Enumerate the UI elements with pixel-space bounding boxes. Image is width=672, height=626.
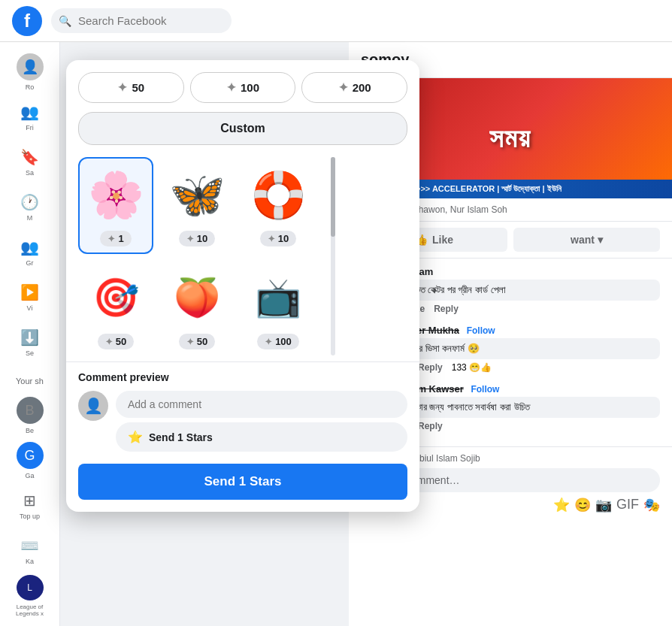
clock-icon: 🕐 [20,193,39,211]
comment-reply-button[interactable]: Reply [418,362,443,373]
comment-preview-section: Comment preview 👤 ⭐ Send 1 Stars [66,362,419,458]
star-icon: ✦ [117,80,127,95]
stars-200-button[interactable]: ✦ 200 [301,72,407,103]
sticker-cost: ✦ 10 [179,231,215,246]
avatar-l: L [17,575,44,600]
comment-actions: Like Reply [391,421,660,431]
sidebar-item-groups[interactable]: 👥 Gr [9,231,51,274]
sidebar-label: Ro [26,83,35,91]
topbar: f 🔍 [0,0,672,42]
sidebar-label: Gr [26,259,34,267]
comment-body: Kawser Mukha Follow মেরিকার ভিসা কনফার্ম… [391,323,660,373]
add-comment-input[interactable] [116,391,407,418]
gif-icon[interactable]: GIF [616,497,639,513]
your-shortcuts: Your sh [16,370,44,392]
want-button[interactable]: want ▾ [513,228,660,252]
preview-inputs: ⭐ Send 1 Stars [116,391,407,452]
star-icon: ✦ [226,80,236,95]
media-text: সময় [489,122,531,154]
sidebar: 👤 Ro 👥 Fri 🔖 Sa 🕐 M 👥 Gr ▶️ Vi ⬇️ Se You… [0,42,60,626]
star-icon[interactable]: ⭐ [553,497,570,513]
stars-amounts: ✦ 50 ✦ 100 ✦ 200 [66,60,419,109]
avatar: 👤 [17,53,44,80]
ka-icon: ⌨️ [20,537,39,555]
follow-link-1[interactable]: Follow [467,325,495,336]
preview-avatar: 👤 [78,391,108,421]
avatar-be: B [17,397,44,424]
sticker-butterfly[interactable]: 🦋 ✦ 10 [159,157,235,254]
friends-icon: 👥 [20,103,39,121]
stars-dialog: ✦ 50 ✦ 100 ✦ 200 Custom 🌸 ✦ 1 🦋 [66,60,419,512]
sidebar-label: Se [26,349,34,357]
sidebar-label: Vi [27,304,33,312]
sidebar-label: Sa [26,169,34,177]
sidebar-item-be[interactable]: B Be [9,395,51,437]
sticker-peach[interactable]: 🍑 ✦ 50 [159,260,235,357]
comment-reply-button[interactable]: Reply [418,421,443,431]
comment-text: তারা কত কেক্টর পর গ্রীন কার্ড পেলা [391,280,660,301]
scrollbar-track [331,157,335,355]
chevron-down-icon: ⬇️ [20,328,39,346]
scrollbar-thumb[interactable] [331,157,335,237]
sidebar-item-saved[interactable]: 🔖 Sa [9,141,51,183]
sidebar-item-friends[interactable]: 👥 Fri [9,96,51,138]
comment-text: দর থাকার জন্য পাবনাতে সবার্বষা করা উচিত [391,397,660,418]
comment-actions: Like Reply 133 😁👍 [391,362,660,373]
sticker-cost: ✦ 1 [100,231,131,246]
stars-100-button[interactable]: ✦ 100 [190,72,296,103]
fb-logo: f [12,6,42,36]
sidebar-item-topup[interactable]: ⊞ Top up [9,485,51,527]
send-stars-preview: ⭐ Send 1 Stars [116,422,407,452]
comment-body: Ibrahim Kawser Follow দর থাকার জন্য পাবন… [391,382,660,431]
sticker-tv[interactable]: 📺 ✦ 100 [241,260,316,357]
follow-link-2[interactable]: Follow [471,384,499,395]
comment-body: iful Islam তারা কত কেক্টর পর গ্রীন কার্ড… [391,265,660,314]
comment-actions: m Like Reply [391,304,660,314]
sticker-image: 🦋 [167,165,227,225]
sticker-cost: ✦ 10 [260,231,296,246]
saved-icon: 🔖 [20,148,39,166]
comment-reply-button[interactable]: Reply [434,304,459,314]
sticker-target[interactable]: 🎯 ✦ 50 [78,260,153,357]
avatar-ga: G [17,442,44,469]
search-input[interactable] [51,8,232,33]
sticker-image: 🍑 [167,268,227,328]
sticker-section: 🌸 ✦ 1 🦋 ✦ 10 🛟 ✦ 10 [66,151,419,361]
comment-preview-row: 👤 ⭐ Send 1 Stars [78,391,407,452]
sidebar-item-video[interactable]: ▶️ Vi [9,277,51,319]
custom-amount-button[interactable]: Custom [78,112,407,145]
sticker-icon[interactable]: 🎭 [643,497,660,513]
sticker-cost: ✦ 50 [98,334,134,349]
sticker-image: 🌸 [86,165,146,225]
camera-icon[interactable]: 📷 [595,497,612,513]
sticker-flower[interactable]: 🌸 ✦ 1 [78,157,153,254]
star-emoji: ⭐ [128,430,143,444]
comment-text: মেরিকার ভিসা কনফার্ম 🥺 [391,338,660,359]
send-stars-button[interactable]: Send 1 Stars [78,464,407,500]
star-icon: ✦ [338,80,348,95]
sticker-lifebuoy[interactable]: 🛟 ✦ 10 [241,157,316,254]
mini-star-icon: ✦ [268,234,275,244]
stars-50-button[interactable]: ✦ 50 [78,72,184,103]
mini-star-icon: ✦ [186,337,194,347]
sticker-grid: 🌸 ✦ 1 🦋 ✦ 10 🛟 ✦ 10 [66,151,328,361]
sidebar-item-ka[interactable]: ⌨️ Ka [9,530,51,572]
sidebar-item-memories[interactable]: 🕐 M [9,186,51,228]
sidebar-item-league[interactable]: L League of Legends x [9,575,51,617]
sidebar-item-profile[interactable]: 👤 Ro [9,51,51,93]
sidebar-label: M [27,214,33,222]
mini-star-icon: ✦ [107,234,115,244]
search-icon: 🔍 [59,15,71,27]
sidebar-item-ga[interactable]: G Ga [9,440,51,482]
sticker-cost: ✦ 50 [179,334,215,349]
emoji-icon[interactable]: 😊 [574,497,591,513]
search-wrap: 🔍 [51,8,232,33]
sidebar-label: Fri [26,124,34,132]
mini-star-icon: ✦ [105,337,113,347]
reaction-count: 133 😁👍 [452,362,492,373]
sticker-image: 📺 [248,268,308,328]
sidebar-item-see-more[interactable]: ⬇️ Se [9,322,51,364]
sticker-image: 🛟 [248,165,308,225]
groups-icon: 👥 [20,238,39,256]
mini-star-icon: ✦ [186,234,194,244]
